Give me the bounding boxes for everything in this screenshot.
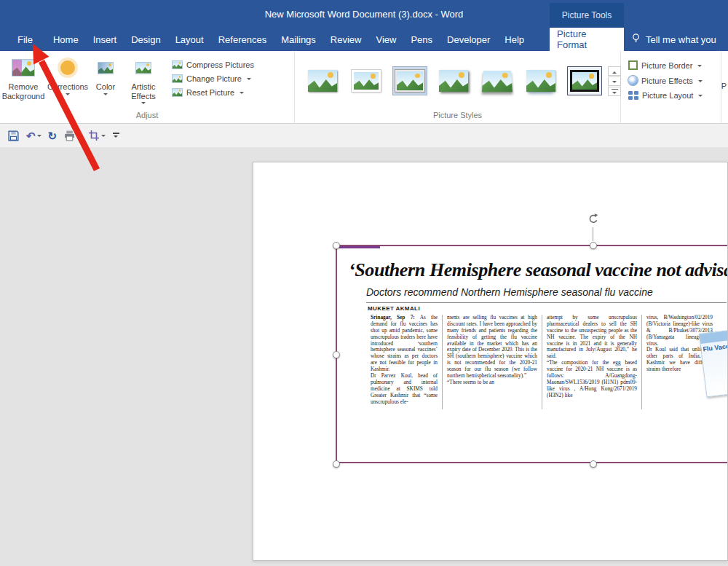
dropdown-icon	[101, 135, 106, 139]
gallery-more-button[interactable]	[608, 87, 621, 96]
gallery-scroll-up-button[interactable]	[608, 66, 621, 76]
tab-design[interactable]: Design	[124, 28, 167, 51]
picture-style-option[interactable]	[523, 66, 558, 95]
gallery-scroll-down-button[interactable]	[608, 76, 621, 86]
change-picture-button[interactable]: Change Picture	[172, 74, 254, 83]
group-picture-styles: Picture Styles	[295, 51, 621, 123]
redo-icon: ↻	[48, 130, 58, 141]
tab-file[interactable]: File	[9, 28, 41, 51]
color-icon	[98, 62, 114, 74]
picture-layout-button[interactable]: Picture Layout	[628, 91, 703, 100]
tell-me-label: Tell me what you	[646, 34, 716, 45]
compress-pictures-button[interactable]: Compress Pictures	[172, 60, 254, 69]
selected-picture[interactable]: ‘Southern Hemisphere seasonal vaccine no…	[336, 245, 728, 463]
tell-me-box[interactable]: Tell me what you	[630, 28, 716, 51]
color-button[interactable]: Color	[89, 51, 122, 111]
change-picture-icon	[172, 74, 183, 83]
clipping-subhead: Doctors recommend Northern Hemisphere se…	[366, 286, 653, 298]
picture-style-option[interactable]	[436, 66, 471, 95]
picture-layout-icon	[628, 91, 638, 100]
picture-style-option[interactable]	[349, 66, 384, 95]
picture-styles-group-label: Picture Styles	[295, 111, 620, 123]
clipping-column-2: ments are selling flu vaccines at high d…	[442, 315, 542, 409]
tab-pens[interactable]: Pens	[403, 28, 440, 51]
undo-icon: ↶	[26, 130, 36, 141]
resize-handle-top-left[interactable]	[333, 242, 340, 249]
clipping-rule	[366, 302, 727, 303]
reset-picture-button[interactable]: Reset Picture	[172, 88, 254, 97]
document-canvas: ‘Southern Hemisphere seasonal vaccine no…	[0, 147, 728, 566]
quick-access-toolbar: ↶ ↻	[0, 124, 728, 147]
picture-style-option-selected[interactable]	[392, 66, 427, 95]
reset-picture-icon	[172, 88, 183, 97]
picture-tools-contextual-label: Picture Tools	[550, 3, 624, 28]
rotation-handle[interactable]	[587, 213, 600, 229]
corrections-sun-icon	[60, 60, 75, 75]
resize-handle-bottom-left[interactable]	[333, 460, 340, 468]
customize-qat-icon	[112, 131, 121, 140]
cut-off-next-group-label: P	[721, 82, 727, 90]
titlebar: New Microsoft Word Document (3).docx - W…	[0, 0, 728, 28]
lightbulb-icon	[630, 33, 641, 46]
clipping-columns: Srinagar, Sep 7: As the demand for flu v…	[366, 315, 717, 409]
clipping-byline: MUKEET AKMALI	[368, 305, 420, 312]
group-adjust: Remove Background Corrections Color Arti…	[0, 51, 295, 123]
tab-mailings[interactable]: Mailings	[274, 28, 323, 51]
printer-icon	[63, 130, 76, 142]
window-title: New Microsoft Word Document (3).docx - W…	[265, 9, 464, 20]
picture-border-icon	[628, 60, 638, 70]
flu-vaccine-photo: Flu Vacc	[695, 326, 728, 415]
qat-customize-button[interactable]	[112, 131, 121, 140]
tab-developer[interactable]: Developer	[440, 28, 497, 51]
picture-style-option[interactable]	[305, 66, 340, 95]
crop-icon	[88, 130, 100, 141]
crop-button[interactable]	[88, 130, 106, 141]
compress-pictures-icon	[172, 60, 183, 69]
resize-handle-middle-left[interactable]	[333, 351, 340, 358]
undo-button[interactable]: ↶	[26, 130, 41, 141]
save-button[interactable]	[7, 130, 20, 142]
corrections-button[interactable]: Corrections	[47, 51, 89, 111]
dropdown-icon	[77, 135, 82, 139]
dropdown-icon	[66, 93, 70, 98]
save-icon	[7, 130, 20, 142]
dropdown-icon	[141, 102, 146, 106]
resize-handle-bottom-middle[interactable]	[590, 460, 597, 468]
tab-insert[interactable]: Insert	[86, 28, 124, 51]
redo-button[interactable]: ↻	[48, 130, 58, 141]
tab-references[interactable]: References	[211, 28, 274, 51]
adjust-group-label: Adjust	[0, 111, 294, 123]
tab-help[interactable]: Help	[497, 28, 531, 51]
tab-picture-format[interactable]: Picture Format	[550, 28, 624, 51]
rotation-handle-line	[593, 227, 593, 241]
artistic-effects-button[interactable]: Artistic Effects	[122, 51, 165, 111]
tab-layout[interactable]: Layout	[168, 28, 211, 51]
resize-handle-top-middle[interactable]	[590, 242, 597, 249]
clipping-column-1: Srinagar, Sep 7: As the demand for flu v…	[366, 315, 442, 409]
document-page[interactable]: ‘Southern Hemisphere seasonal vaccine no…	[253, 162, 728, 561]
dropdown-icon	[103, 93, 108, 98]
picture-effects-button[interactable]: Picture Effects	[628, 76, 703, 85]
picture-styles-gallery	[295, 51, 608, 111]
group-picture-format-extras: Picture Border Picture Effects Picture L…	[621, 51, 721, 123]
remove-background-button[interactable]: Remove Background	[0, 51, 47, 111]
dropdown-icon	[37, 135, 41, 139]
print-button[interactable]	[63, 130, 82, 142]
artistic-effects-icon	[135, 62, 151, 74]
picture-effects-icon	[628, 76, 638, 85]
picture-style-option[interactable]	[480, 66, 515, 95]
picture-style-option-black-frame[interactable]	[567, 66, 602, 95]
ribbon: Remove Background Corrections Color Arti…	[0, 51, 728, 124]
ribbon-tab-row: File Home Insert Design Layout Reference…	[0, 28, 728, 51]
clipping-purple-strip	[339, 246, 380, 248]
tab-home[interactable]: Home	[46, 28, 86, 51]
tab-view[interactable]: View	[368, 28, 403, 51]
picture-border-button[interactable]: Picture Border	[628, 60, 703, 70]
tab-review[interactable]: Review	[323, 28, 369, 51]
clipping-headline: ‘Southern Hemisphere seasonal vaccine no…	[349, 259, 728, 281]
clipping-column-3: attempt by some unscrupulous pharmaceuti…	[542, 315, 641, 409]
word-window: New Microsoft Word Document (3).docx - W…	[0, 0, 728, 566]
newspaper-clipping-image: ‘Southern Hemisphere seasonal vaccine no…	[337, 246, 728, 462]
remove-background-icon	[12, 59, 35, 76]
